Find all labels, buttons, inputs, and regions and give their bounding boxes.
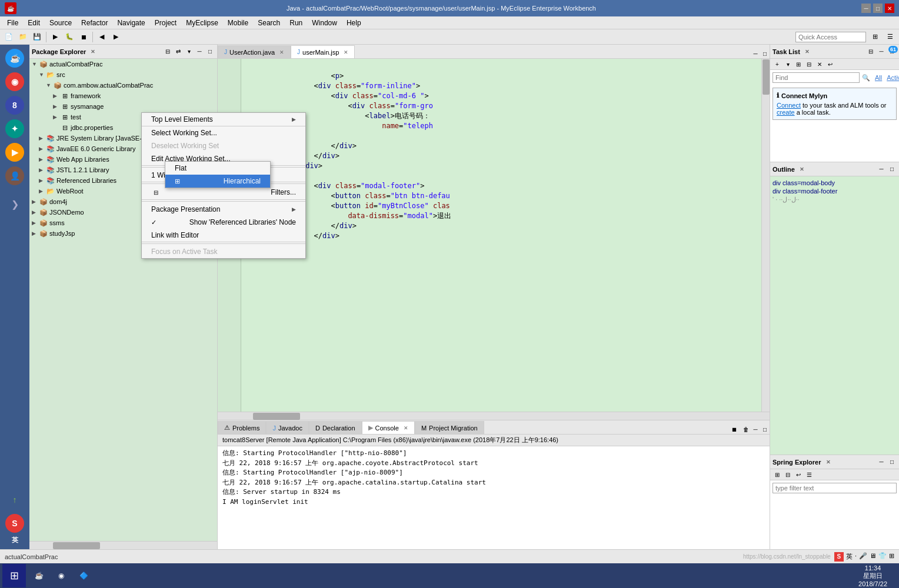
menu-source[interactable]: Source: [45, 18, 76, 28]
connect-link[interactable]: Connect: [777, 102, 801, 109]
taskbar-start[interactable]: ⊞: [2, 564, 26, 587]
spring-tb-3[interactable]: ↩: [794, 470, 803, 479]
spring-btn-2[interactable]: □: [887, 457, 897, 467]
package-explorer-close[interactable]: ✕: [91, 49, 95, 55]
sidebar-icon-eclipse[interactable]: ☕: [4, 47, 26, 69]
ctx-select-working-set[interactable]: Select Working Set...: [142, 126, 305, 139]
maximize-button[interactable]: □: [873, 4, 883, 13]
tree-item-sysmanage[interactable]: ▶ ⊞ sysmanage: [29, 101, 217, 112]
panel-btn-menu[interactable]: ▾: [184, 47, 194, 56]
tree-item-com-ambow[interactable]: ▼ 📦 com.ambow.actualCombatPrac: [29, 80, 217, 91]
task-tb-3[interactable]: ⊞: [794, 59, 803, 69]
tab-usermain[interactable]: J userMain.jsp ✕: [291, 45, 355, 58]
sidebar-icon-8[interactable]: 8: [4, 94, 26, 116]
submenu-hierarchical[interactable]: ⊞ Hierarchical: [165, 175, 270, 188]
outline-btn-2[interactable]: □: [887, 165, 897, 174]
tab-javadoc[interactable]: J Javadoc: [266, 421, 308, 434]
tab-project-migration[interactable]: M Project Migration: [415, 421, 484, 434]
ctx-package-presentation[interactable]: Package Presentation: [142, 203, 305, 216]
ctx-top-level-elements[interactable]: Top Level Elements: [142, 113, 305, 126]
console-max[interactable]: □: [760, 425, 770, 434]
task-tb-2[interactable]: ▾: [783, 59, 793, 69]
outline-btn-1[interactable]: ─: [877, 165, 886, 174]
editor-max-btn[interactable]: □: [760, 49, 770, 58]
spring-close[interactable]: ✕: [826, 459, 831, 465]
tab-close-2[interactable]: ✕: [344, 49, 348, 55]
ctx-show-reflibs[interactable]: ✓ Show 'Referenced Libraries' Node: [142, 216, 305, 229]
task-list-close[interactable]: ✕: [805, 49, 810, 55]
outline-close[interactable]: ✕: [800, 166, 804, 172]
toolbar-debug[interactable]: 🐛: [63, 31, 76, 43]
create-link[interactable]: create: [777, 109, 795, 116]
sidebar-icon-update[interactable]: ↑: [4, 489, 26, 511]
task-tb-6[interactable]: ↩: [825, 59, 835, 69]
outline-item-2[interactable]: div class=modal-footer: [773, 187, 897, 195]
task-tb-1[interactable]: +: [773, 59, 782, 69]
toolbar-perspective-icons[interactable]: ☰: [884, 31, 897, 43]
editor-h-scroll-thumb[interactable]: [253, 413, 300, 420]
toolbar-forward[interactable]: ▶: [109, 31, 122, 43]
tab-console[interactable]: ▶ Console ✕: [362, 421, 415, 434]
outline-item-3[interactable]: ' · ··ل··ل··: [773, 195, 897, 204]
menu-window[interactable]: Window: [307, 18, 342, 28]
task-tb-5[interactable]: ✕: [815, 59, 824, 69]
find-input[interactable]: [773, 72, 860, 83]
taskbar-app-3[interactable]: 🔷: [73, 565, 94, 586]
spring-tb-4[interactable]: ☰: [804, 470, 814, 479]
menu-edit[interactable]: Edit: [23, 18, 45, 28]
package-explorer-scrollbar[interactable]: [29, 541, 217, 549]
all-link[interactable]: All: [875, 74, 882, 81]
toolbar-stop[interactable]: ⏹: [77, 31, 90, 43]
tree-item-actualcombatprac[interactable]: ▼ 📦 actualCombatPrac: [29, 59, 217, 69]
toolbar-run[interactable]: ▶: [49, 31, 62, 43]
tab-problems[interactable]: ⚠ Problems: [218, 421, 266, 434]
code-content[interactable]: <p> <div class="form-inline"> <div class…: [241, 59, 761, 412]
toolbar-open[interactable]: 📁: [16, 31, 29, 43]
menu-file[interactable]: File: [2, 18, 23, 28]
task-tb-4[interactable]: ⊟: [804, 59, 814, 69]
panel-btn-collapse[interactable]: ⊟: [163, 47, 172, 56]
spring-tb-1[interactable]: ⊞: [773, 470, 782, 479]
tab-useraction[interactable]: J UserAction.java ✕: [218, 45, 291, 58]
sidebar-icon-chrome[interactable]: ◉: [4, 71, 26, 93]
menu-search[interactable]: Search: [253, 18, 285, 28]
toolbar-back[interactable]: ◀: [95, 31, 108, 43]
toolbar-new[interactable]: 📄: [2, 31, 15, 43]
task-btn-1[interactable]: ⊟: [866, 47, 875, 56]
panel-btn-min[interactable]: ─: [195, 47, 204, 56]
menu-navigate[interactable]: Navigate: [112, 18, 149, 28]
spring-filter-input[interactable]: [773, 483, 897, 493]
console-tab-close[interactable]: ✕: [404, 425, 408, 431]
menu-help[interactable]: Help: [342, 18, 366, 28]
sidebar-icon-s-red[interactable]: S: [4, 512, 26, 534]
sidebar-icon-arrow[interactable]: ❯: [4, 193, 26, 215]
ctx-link-editor[interactable]: Link with Editor: [142, 229, 305, 242]
task-btn-2[interactable]: ─: [877, 47, 886, 56]
close-button[interactable]: ✕: [885, 4, 894, 13]
menu-myeclipse[interactable]: MyEclipse: [181, 18, 223, 28]
editor-h-scrollbar[interactable]: [218, 412, 770, 420]
menu-refactor[interactable]: Refactor: [76, 18, 112, 28]
taskbar-app-2[interactable]: ◉: [51, 565, 72, 586]
toolbar-perspective-open[interactable]: ⊞: [868, 31, 881, 43]
outline-item-1[interactable]: div class=modal-body: [773, 179, 897, 187]
console-min[interactable]: ─: [751, 425, 760, 434]
editor-min-btn[interactable]: ─: [751, 49, 760, 58]
tree-item-framework[interactable]: ▶ ⊞ framework: [29, 91, 217, 101]
sidebar-icon-orange[interactable]: ▶: [4, 141, 26, 163]
vertical-scrollbar[interactable]: [761, 59, 770, 412]
tab-close-1[interactable]: ✕: [279, 49, 284, 55]
scroll-thumb[interactable]: [53, 542, 100, 549]
tab-declaration[interactable]: D Declaration: [309, 421, 362, 434]
sidebar-icon-teal[interactable]: ✦: [4, 118, 26, 140]
v-scroll-thumb[interactable]: [763, 59, 770, 95]
tree-item-src[interactable]: ▼ 📂 src: [29, 69, 217, 80]
panel-btn-sync[interactable]: ⇄: [174, 47, 183, 56]
quick-access-input[interactable]: [795, 32, 866, 42]
sidebar-icon-person[interactable]: 👤: [4, 165, 26, 187]
minimize-button[interactable]: ─: [861, 4, 871, 13]
menu-run[interactable]: Run: [285, 18, 307, 28]
toolbar-save[interactable]: 💾: [31, 31, 44, 43]
panel-btn-max[interactable]: □: [205, 47, 215, 56]
console-stop[interactable]: ⏹: [730, 425, 739, 434]
